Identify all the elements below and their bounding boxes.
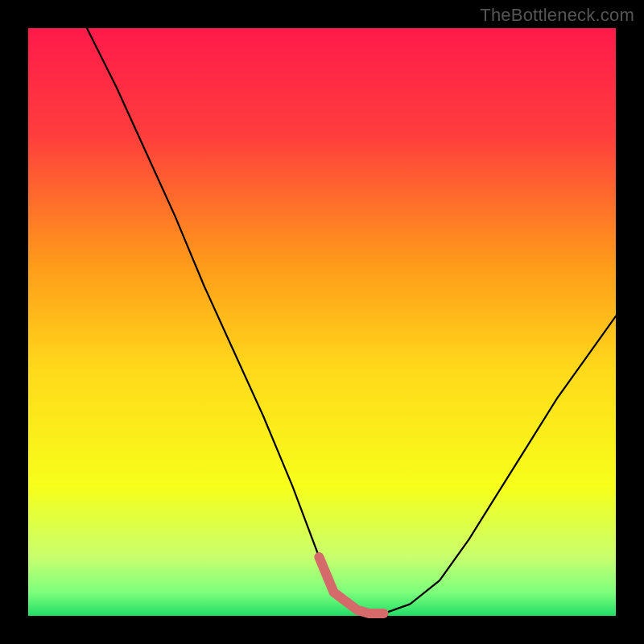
- chart-svg: [0, 0, 644, 644]
- chart-container: TheBottleneck.com: [0, 0, 644, 644]
- chart-background-gradient: [28, 28, 616, 616]
- watermark-label: TheBottleneck.com: [480, 5, 634, 26]
